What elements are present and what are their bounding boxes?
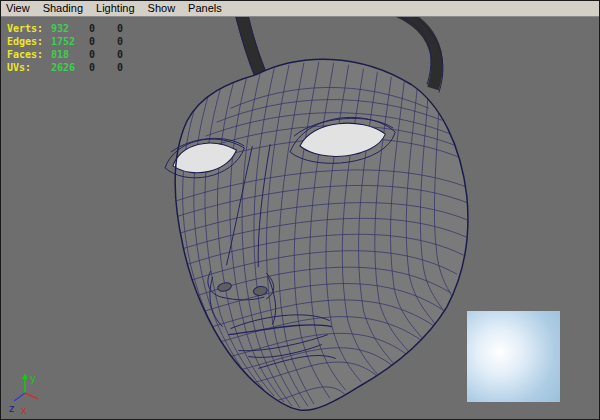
z-axis-arrow xyxy=(14,393,25,401)
menu-lighting[interactable]: Lighting xyxy=(96,1,135,16)
hud-row-faces: Faces:81800 xyxy=(7,48,145,61)
hud-uvs-label: UVs: xyxy=(7,61,51,74)
axis-gizmo: y z x xyxy=(5,371,65,417)
x-axis-label: x xyxy=(21,405,27,416)
hud-verts-value: 932 xyxy=(51,22,89,35)
menu-shading[interactable]: Shading xyxy=(43,1,83,16)
hud-verts-extra1: 0 xyxy=(89,22,117,35)
hud-faces-extra2: 0 xyxy=(117,48,145,61)
mask-face-surface[interactable] xyxy=(175,59,468,410)
hud-edges-extra2: 0 xyxy=(117,35,145,48)
hud-verts-label: Verts: xyxy=(7,22,51,35)
x-axis-arrow xyxy=(25,393,38,399)
menu-show[interactable]: Show xyxy=(148,1,176,16)
hud-uvs-extra2: 0 xyxy=(117,61,145,74)
maya-panel: View Shading Lighting Show Panels xyxy=(0,0,600,420)
hud-verts-extra2: 0 xyxy=(117,22,145,35)
hud-faces-label: Faces: xyxy=(7,48,51,61)
y-axis-label: y xyxy=(30,373,36,384)
hud-edges-extra1: 0 xyxy=(89,35,117,48)
hud-faces-value: 818 xyxy=(51,48,89,61)
hud-uvs-extra1: 0 xyxy=(89,61,117,74)
hud-faces-extra1: 0 xyxy=(89,48,117,61)
hud-edges-label: Edges: xyxy=(7,35,51,48)
y-axis-arrowhead xyxy=(22,373,28,379)
menu-view[interactable]: View xyxy=(6,1,30,16)
hud-row-uvs: UVs:262600 xyxy=(7,61,145,74)
watermark-thumbnail xyxy=(467,311,560,402)
z-axis-label: z xyxy=(9,403,14,414)
poly-count-hud: Verts:93200 Edges:175200 Faces:81800 UVs… xyxy=(7,22,145,74)
menu-panels[interactable]: Panels xyxy=(188,1,222,16)
hud-row-edges: Edges:175200 xyxy=(7,35,145,48)
hud-row-verts: Verts:93200 xyxy=(7,22,145,35)
hud-uvs-value: 2626 xyxy=(51,61,89,74)
hud-edges-value: 1752 xyxy=(51,35,89,48)
viewport-canvas[interactable]: Verts:93200 Edges:175200 Faces:81800 UVs… xyxy=(1,17,599,419)
panel-menubar: View Shading Lighting Show Panels xyxy=(1,1,599,17)
